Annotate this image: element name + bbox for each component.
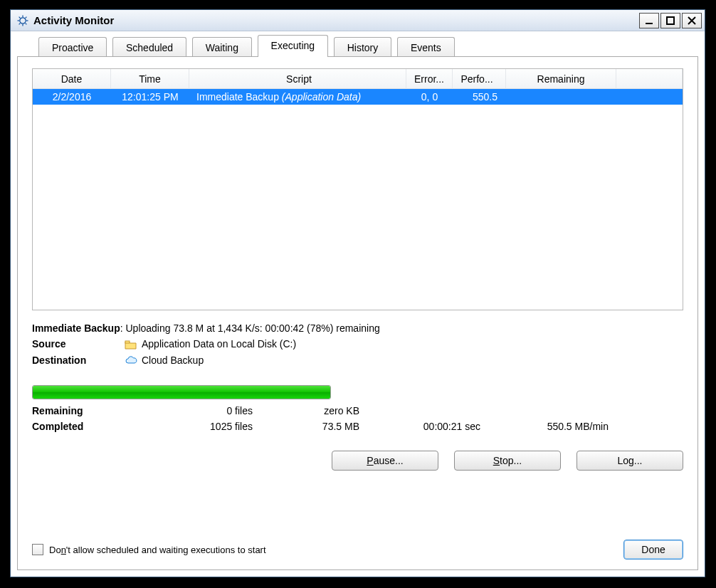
cell-perf: 550.5	[453, 91, 506, 103]
stats-remaining: Remaining 0 files zero KB	[32, 404, 683, 419]
stats-completed-rate: 550.5 MB/min	[480, 419, 609, 435]
status-dest-value: Cloud Backup	[142, 352, 204, 368]
svg-line-5	[19, 16, 21, 18]
tab-proactive[interactable]: Proactive	[38, 37, 107, 57]
tab-page-executing: Date Time Script Error... Perfo... Remai…	[17, 56, 698, 570]
stats-completed-size: 73.5 MB	[253, 419, 359, 435]
script-name: Immediate Backup	[196, 91, 279, 103]
status-dest-label: Destination	[32, 352, 125, 368]
col-header-time[interactable]: Time	[111, 69, 189, 89]
col-header-remaining[interactable]: Remaining	[506, 69, 616, 89]
svg-line-8	[26, 16, 27, 18]
progress-bar	[32, 385, 331, 399]
cell-time: 12:01:25 PM	[111, 91, 189, 103]
tab-waiting[interactable]: Waiting	[192, 37, 252, 57]
client-area: Proactive Scheduled Waiting Executing Hi…	[17, 35, 698, 570]
footer: Don't allow scheduled and waiting execut…	[32, 540, 683, 560]
stop-button[interactable]: Stop...	[454, 451, 561, 471]
tab-history[interactable]: History	[334, 37, 392, 57]
activity-grid: Date Time Script Error... Perfo... Remai…	[32, 68, 683, 310]
cell-script: Immediate Backup (Application Data)	[189, 91, 406, 103]
grid-header: Date Time Script Error... Perfo... Remai…	[33, 69, 683, 89]
window-title: Activity Monitor	[33, 14, 114, 26]
svg-point-0	[20, 17, 26, 23]
stats-remaining-rate	[480, 404, 609, 419]
col-header-filler	[616, 69, 683, 89]
close-button[interactable]	[682, 13, 702, 28]
done-button[interactable]: Done	[623, 540, 683, 560]
tab-events[interactable]: Events	[397, 37, 455, 57]
progress-fill	[33, 386, 330, 399]
stats-block: Remaining 0 files zero KB Completed 1025…	[32, 404, 683, 434]
gear-sun-icon	[16, 14, 29, 27]
col-header-perf[interactable]: Perfo...	[453, 69, 506, 89]
svg-line-6	[26, 23, 27, 24]
stats-completed-files: 1025 files	[125, 419, 253, 435]
tab-executing[interactable]: Executing	[258, 35, 328, 57]
stats-completed-time: 00:00:21 sec	[359, 419, 480, 435]
status-source: Source Application Data on Local Disk (C…	[32, 336, 683, 352]
pause-button[interactable]: Pause...	[332, 451, 438, 471]
cloud-icon	[125, 355, 137, 366]
status-upload-text: : Uploading 73.8 M at 1,434 K/s: 00:00:4…	[120, 320, 380, 336]
col-header-date[interactable]: Date	[33, 69, 111, 89]
cell-errors: 0, 0	[406, 91, 453, 103]
log-button[interactable]: Log...	[577, 451, 683, 471]
status-source-label: Source	[32, 336, 125, 352]
grid-row[interactable]: 2/2/2016 12:01:25 PM Immediate Backup (A…	[33, 89, 683, 105]
tab-scheduled[interactable]: Scheduled	[112, 37, 186, 57]
folder-icon	[125, 339, 137, 350]
col-header-script[interactable]: Script	[189, 69, 406, 89]
col-header-errors[interactable]: Error...	[406, 69, 453, 89]
status-destination: Destination Cloud Backup	[32, 352, 683, 368]
stats-remaining-time	[359, 404, 480, 419]
stats-completed-label: Completed	[32, 419, 125, 435]
stats-remaining-label: Remaining	[32, 404, 125, 419]
dont-allow-label[interactable]: Don't allow scheduled and waiting execut…	[49, 545, 266, 555]
status-backup-name: Immediate Backup	[32, 320, 120, 336]
tab-strip: Proactive Scheduled Waiting Executing Hi…	[17, 35, 698, 56]
action-row: Pause... Stop... Log...	[32, 451, 683, 471]
status-upload: Immediate Backup : Uploading 73.8 M at 1…	[32, 320, 683, 336]
status-block: Immediate Backup : Uploading 73.8 M at 1…	[32, 320, 683, 368]
svg-rect-11	[125, 341, 130, 343]
titlebar: Activity Monitor	[11, 10, 705, 31]
svg-line-7	[19, 23, 21, 24]
svg-rect-10	[667, 17, 674, 24]
maximize-button[interactable]	[660, 13, 680, 28]
stats-remaining-size: zero KB	[253, 404, 359, 419]
script-args: (Application Data)	[282, 91, 361, 103]
stats-remaining-files: 0 files	[125, 404, 253, 419]
window: Activity Monitor Proactive Scheduled Wai…	[10, 9, 705, 577]
stats-completed: Completed 1025 files 73.5 MB 00:00:21 se…	[32, 419, 683, 435]
dont-allow-checkbox[interactable]	[32, 544, 43, 555]
status-source-value: Application Data on Local Disk (C:)	[142, 336, 296, 352]
minimize-button[interactable]	[639, 13, 659, 28]
cell-date: 2/2/2016	[33, 91, 111, 103]
svg-rect-9	[646, 23, 653, 24]
